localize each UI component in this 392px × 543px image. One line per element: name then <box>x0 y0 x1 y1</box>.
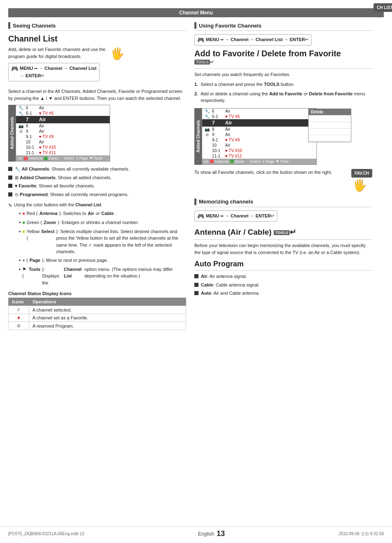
auto-program-title: Auto Program <box>194 260 372 270</box>
table-row: 9-1 ♥ TV #9 <box>202 137 316 143</box>
context-menu: Delete Add to Favorite Timer Viewing Cha… <box>308 109 351 142</box>
table-row: 🔧 6-1 ♥ TV #6 <box>202 114 316 119</box>
fav-desc: Set channels you watch frequently as Fav… <box>194 71 372 78</box>
channel-screen-wrapper: Added Channels 🔧 6 Air 🔧 6-1 ♥ TV #6 <box>8 105 186 162</box>
table-row: 10-1 ♥ TV #10 <box>16 145 110 150</box>
page-footer: [PC675_ZA]BN68-03211A-00Eng.indb 13 Engl… <box>0 527 392 538</box>
table-row: 11-1 ♥ TV #11 <box>202 153 316 159</box>
section-bar <box>194 22 196 29</box>
divider <box>194 68 372 69</box>
memorizing-label: Memorizing channels <box>199 199 253 205</box>
table-row: 🔧 6-1 ♥ TV #6 <box>16 111 110 116</box>
using-fav-label: Using Favorite Channels <box>199 23 261 29</box>
fav-ch-section: To show all Favorite channels, click on … <box>194 169 372 192</box>
fav-screen-sidebar: Added Channels <box>194 108 202 165</box>
section-bar <box>194 199 196 205</box>
hand-icon-right: 🖐 <box>353 178 367 192</box>
feature-bullet-list: 🔧 All Channels: Shows all currently avai… <box>8 166 186 198</box>
antenna-desc: Before your television can begin memoriz… <box>194 242 372 256</box>
table-row: 📷 8 Air <box>202 127 316 132</box>
list-item: ♥ Favorite: Shows all favorite channels. <box>8 183 186 189</box>
footer-left-text: [PC675_ZA]BN68-03211A-00Eng.indb 13 <box>8 531 84 536</box>
table-header-icons: Icons <box>9 298 29 306</box>
table-row: ⊙ A reserved Program. <box>9 322 186 330</box>
context-menu-item-select-all[interactable]: Select All <box>309 135 351 142</box>
fav-ch-button[interactable]: FAV.CH <box>351 169 372 178</box>
left-column: Seeing Channels Channel List Add, delete… <box>8 22 186 334</box>
context-menu-item-name-edit[interactable]: Channel Name Edit <box>309 129 351 135</box>
bullet-square <box>8 167 12 171</box>
table-cell-icon: ✓ <box>9 306 29 314</box>
remote-icon: 🎮 <box>11 65 18 72</box>
table-cell-desc: A channel set as a Favorite. <box>29 314 186 322</box>
table-row: ♥ A channel set as a Favorite. <box>9 314 186 322</box>
channel-screen-footer: Air Antenna Zoom Select ⋄ Page ⚑ Tools <box>16 155 110 161</box>
list-item: ⋄ (Page): Move to next or previous page. <box>19 257 186 264</box>
table-cell-icon: ♥ <box>9 314 29 322</box>
list-item: ⊙ Programmed: Shows all currently reserv… <box>8 191 186 198</box>
seeing-channels-header: Seeing Channels <box>8 22 186 31</box>
table-row: ✓ A channel selected. <box>9 306 186 314</box>
main-layout: Seeing Channels Channel List Add, delete… <box>8 22 384 334</box>
remote-icon-right: 🎮 <box>197 37 204 43</box>
english-label: English <box>198 531 214 537</box>
context-menu-item-add-fav[interactable]: Add to Favorite <box>309 116 351 122</box>
context-menu-item-delete[interactable]: Delete <box>309 109 351 116</box>
list-item: Air: Air antenna signal. <box>194 273 372 280</box>
table-row: 11-1 ♥ TV #11 <box>16 150 110 155</box>
fav-screen-area: Added Channels 🔧 6 Air 🔧 6-1 ♥ TV #6 <box>194 108 372 165</box>
channel-menu-header: Channel Menu <box>8 8 384 17</box>
list-item: ⚑ (Tools): Displays the Channel List opt… <box>19 266 186 287</box>
table-header-operations: Operations <box>29 298 186 306</box>
memorizing-header: Memorizing channels <box>194 199 372 207</box>
page-number: 13 <box>217 529 225 538</box>
bullet-square <box>8 192 12 196</box>
fav-note: To show all Favorite channels, click on … <box>194 169 343 176</box>
channel-screen-sidebar: Added Channels <box>8 105 16 162</box>
table-row: 9-1 ♥ TV #9 <box>16 134 110 139</box>
list-item: 2. Add or delete a channel using the Add… <box>194 90 372 104</box>
list-item: 1. Select a channel and press the TOOLS … <box>194 81 372 88</box>
memorizing-menu-path: 🎮 MENU ▪▪ → Channel → ENTER↵ <box>194 210 277 222</box>
table-row-selected: 7 Air <box>16 116 110 123</box>
ch-list-button[interactable]: CH LIST <box>374 3 392 12</box>
numbered-list: 1. Select a channel and press the TOOLS … <box>194 81 372 104</box>
channel-list-title: Channel List <box>8 34 186 44</box>
table-row: ⊙ 9 Air <box>202 132 316 137</box>
auto-program-list: Air: Air antenna signal. Cable: Cable an… <box>194 273 372 297</box>
list-item: ■ Green (Zoom): Enlarges or shrinks a ch… <box>19 219 186 226</box>
table-cell-desc: A reserved Program. <box>29 322 186 330</box>
context-menu-item-timer[interactable]: Timer Viewing <box>309 122 351 129</box>
table-row: 🔧 6 Air <box>202 109 316 114</box>
list-item: Cable: Cable antenna signal. <box>194 282 372 289</box>
table-cell-icon: ⊙ <box>9 322 29 330</box>
seeing-channels-label: Seeing Channels <box>13 23 56 29</box>
antenna-title: Antenna (Air / Cable) TOOLS↵ <box>194 227 372 237</box>
list-item: Auto: Air and Cable antenna. <box>194 290 372 297</box>
list-item: 🔧 All Channels: Shows all currently avai… <box>8 166 186 173</box>
bullet-square <box>8 176 12 180</box>
channel-menu-title: Channel Menu <box>179 10 213 16</box>
table-row: 10 Air <box>202 143 316 148</box>
channel-select-desc: Select a channel in the All Channels, Ad… <box>8 88 186 102</box>
channel-screen: 🔧 6 Air 🔧 6-1 ♥ TV #6 7 Air <box>16 105 110 162</box>
fav-screen: 🔧 6 Air 🔧 6-1 ♥ TV #6 7 Air <box>202 108 317 165</box>
tools-badge: TOOLS <box>194 60 210 65</box>
table-header-row: Icons Operations <box>9 298 186 306</box>
list-item: ⊞ Added Channels: Shows all added channe… <box>8 174 186 181</box>
table-row: 10-1 ♥ TV #10 <box>202 148 316 153</box>
menu-path-box: 🎮 MENU ▪▪ → Channel → Channel List→ ENTE… <box>8 63 99 81</box>
note-box: ✎ Using the color buttons with the Chann… <box>8 202 186 288</box>
table-row: 🔧 6 Air <box>16 105 110 111</box>
antenna-tools-badge: TOOLS <box>274 230 290 235</box>
channel-list-desc: Add, delete or set Favorite channels and… <box>8 46 107 60</box>
using-fav-menu-path: 🎮 MENU ▪▪ → Channel → Channel List → ENT… <box>194 34 311 46</box>
add-fav-title: Add to Favorite / Delete from Favorite <box>194 49 372 58</box>
list-item: ■ Yellow (Select): Selects multiple chan… <box>19 228 186 255</box>
table-cell-desc: A channel selected. <box>29 306 186 314</box>
list-item: ■ Red (Antenna): Switches to Air or Cabl… <box>19 210 186 217</box>
status-table-title: Channel Status Display Icons <box>8 291 186 296</box>
footer-right-text: 2010-09-06 오전 9:31:58 <box>339 531 384 537</box>
section-bar <box>8 22 10 29</box>
status-table: Icons Operations ✓ A channel selected. ♥… <box>8 298 186 330</box>
